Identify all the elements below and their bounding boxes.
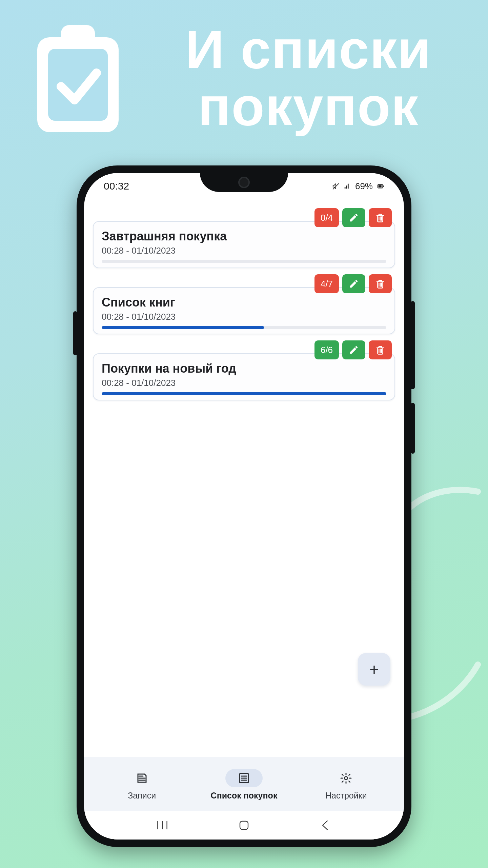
progress-badge: 0/4 [314, 208, 339, 227]
phone-screen: 00:32 69% 0/4 Завтрашняя покупка 00:28 -… [84, 173, 404, 840]
list-timestamp: 00:28 - 01/10/2023 [102, 312, 386, 322]
settings-icon [340, 772, 352, 784]
nav-icon-wrap [225, 769, 263, 787]
nav-item-settings[interactable]: Настройки [295, 769, 397, 801]
pencil-icon [349, 213, 359, 223]
trash-icon [375, 279, 385, 289]
content-area: 0/4 Завтрашняя покупка 00:28 - 01/10/202… [84, 199, 404, 757]
nav-item-list[interactable]: Список покупок [193, 769, 295, 801]
nav-label: Список покупок [211, 791, 278, 801]
status-battery-text: 69% [355, 181, 373, 192]
note-icon [136, 772, 148, 784]
edit-button[interactable] [342, 208, 365, 227]
shopping-list-card[interactable]: 0/4 Завтрашняя покупка 00:28 - 01/10/202… [93, 221, 395, 268]
progress-track [102, 392, 386, 395]
promo-headline: И списки покупок [142, 21, 488, 135]
list-icon [238, 772, 250, 784]
phone-side-button-left [73, 311, 77, 355]
delete-button[interactable] [369, 274, 392, 293]
bottom-nav: Записи Список покупок Настройки [84, 757, 404, 811]
svg-rect-5 [379, 185, 382, 187]
card-actions: 0/4 [314, 208, 392, 227]
nav-label: Настройки [325, 791, 367, 801]
system-home-button[interactable] [234, 817, 254, 834]
phone-notch [200, 173, 288, 192]
status-time: 00:32 [104, 180, 129, 192]
progress-badge: 6/6 [314, 340, 339, 359]
svg-rect-4 [383, 185, 384, 187]
nav-item-note[interactable]: Записи [91, 769, 193, 801]
edit-button[interactable] [342, 340, 365, 359]
progress-badge: 4/7 [314, 274, 339, 293]
clipboard-check-icon [27, 20, 129, 136]
list-timestamp: 00:28 - 01/10/2023 [102, 245, 386, 256]
phone-frame: 00:32 69% 0/4 Завтрашняя покупка 00:28 -… [77, 165, 411, 847]
pencil-icon [349, 345, 359, 355]
signal-icon [344, 182, 351, 190]
list-title: Список книг [102, 295, 386, 310]
delete-button[interactable] [369, 340, 392, 359]
mute-icon [332, 182, 340, 190]
shopping-list-card[interactable]: 4/7 Список книг 00:28 - 01/10/2023 [93, 287, 395, 334]
system-back-button[interactable] [316, 817, 336, 834]
progress-track [102, 260, 386, 263]
svg-point-7 [345, 776, 348, 780]
list-timestamp: 00:28 - 01/10/2023 [102, 378, 386, 388]
progress-track [102, 326, 386, 329]
trash-icon [375, 345, 385, 355]
nav-icon-wrap [327, 769, 365, 787]
nav-icon-wrap [123, 769, 161, 787]
add-list-fab[interactable]: + [358, 653, 390, 686]
nav-label: Записи [128, 791, 156, 801]
phone-side-button-right-1 [411, 301, 415, 389]
system-recents-button[interactable] [152, 817, 172, 834]
trash-icon [375, 213, 385, 223]
svg-rect-1 [61, 25, 95, 50]
progress-fill [102, 392, 386, 395]
status-indicators: 69% [332, 181, 384, 192]
shopping-list-card[interactable]: 6/6 Покупки на новый год 00:28 - 01/10/2… [93, 353, 395, 400]
edit-button[interactable] [342, 274, 365, 293]
progress-fill [102, 326, 264, 329]
card-actions: 6/6 [314, 340, 392, 359]
svg-rect-11 [240, 821, 248, 829]
android-system-nav [84, 811, 404, 840]
phone-side-button-right-2 [411, 403, 415, 454]
battery-icon [377, 182, 384, 190]
plus-icon: + [369, 660, 379, 679]
pencil-icon [349, 279, 359, 289]
delete-button[interactable] [369, 208, 392, 227]
card-actions: 4/7 [314, 274, 392, 293]
list-title: Завтрашняя покупка [102, 229, 386, 243]
promo-header: И списки покупок [0, 20, 488, 136]
list-title: Покупки на новый год [102, 361, 386, 376]
